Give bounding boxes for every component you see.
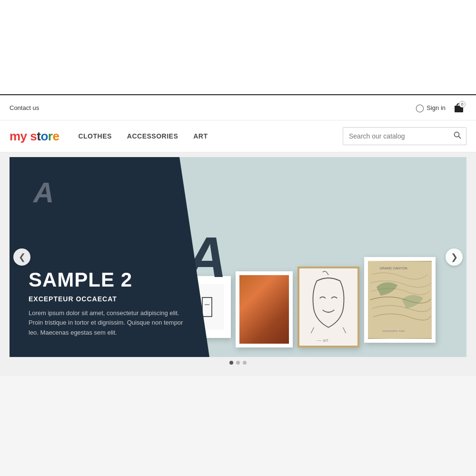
hero-section: A	[0, 152, 476, 376]
frame-2-inner	[239, 275, 289, 344]
top-spacer	[0, 0, 476, 95]
chevron-left-icon: ❮	[19, 252, 26, 262]
svg-rect-3	[299, 269, 357, 345]
frame-2-content	[239, 275, 289, 344]
slider-dot-1[interactable]	[229, 361, 233, 365]
top-bar: Contact us ◯ Sign in 0	[0, 95, 476, 120]
nav-links: CLOTHES ACCESSORIES ART	[78, 132, 208, 140]
nav-clothes[interactable]: CLOTHES	[78, 132, 111, 140]
slider-dots	[10, 357, 466, 367]
slide-subtitle: EXCEPTEUR OCCAECAT	[29, 295, 186, 303]
logo-text: my store	[10, 129, 59, 144]
search-input[interactable]	[343, 129, 449, 144]
nav-art[interactable]: ART	[193, 132, 208, 140]
frame-4-content: GRAND CANYON topographic map	[368, 261, 432, 339]
slider-next-button[interactable]: ❯	[446, 248, 463, 266]
mark-a-icon: A	[33, 177, 54, 208]
chevron-right-icon: ❯	[451, 252, 458, 262]
slider-prev-button[interactable]: ❮	[13, 248, 30, 266]
slide-description: Lorem ipsum dolor sit amet, consectetur …	[29, 308, 186, 338]
search-area	[343, 127, 466, 145]
cart-badge: 0	[459, 101, 466, 108]
top-bar-right: ◯ Sign in 0	[416, 100, 466, 115]
slider: A	[10, 157, 466, 357]
frame-4-inner: GRAND CANYON topographic map	[368, 261, 432, 339]
contact-us-link[interactable]: Contact us	[10, 104, 39, 111]
slide-title: SAMPLE 2	[29, 268, 186, 291]
brand-a-icon: A	[186, 225, 227, 289]
svg-text:GRAND CANYON: GRAND CANYON	[379, 267, 407, 270]
slider-dot-2[interactable]	[236, 361, 240, 365]
main-nav: my store CLOTHES ACCESSORIES ART	[0, 120, 476, 152]
logo-e: e	[52, 129, 59, 143]
frame-3-content: — art	[299, 268, 357, 346]
cart-area[interactable]: 0	[451, 100, 466, 115]
slide-1: A	[10, 157, 466, 357]
brand-mark-large: A	[186, 224, 227, 290]
svg-point-1	[455, 132, 459, 137]
nav-accessories[interactable]: ACCESSORIES	[127, 132, 178, 140]
top-bar-left: Contact us	[10, 104, 39, 111]
logo-o: o	[40, 129, 48, 143]
slide-dark-panel: A SAMPLE 2 EXCEPTEUR OCCAECAT Lorem ipsu…	[10, 157, 209, 357]
slide-logo-mark: A	[33, 176, 54, 209]
nav-left: my store CLOTHES ACCESSORIES ART	[10, 129, 208, 144]
art-frame-2	[236, 271, 293, 347]
logo[interactable]: my store	[10, 129, 59, 144]
frame-3-inner: — art	[299, 268, 357, 346]
person-icon: ◯	[416, 103, 424, 112]
svg-text:— art: — art	[317, 337, 328, 343]
logo-s: s	[30, 129, 37, 143]
sign-in-label: Sign in	[426, 104, 446, 111]
cart-icon-wrapper: 0	[451, 100, 466, 115]
search-button[interactable]	[449, 128, 466, 145]
cart-count: 0	[461, 102, 463, 107]
art-frame-3: — art	[298, 267, 359, 347]
search-icon	[454, 131, 461, 139]
svg-line-2	[459, 137, 461, 139]
slider-dot-3[interactable]	[243, 361, 247, 365]
art-frame-4: GRAND CANYON topographic map	[364, 257, 436, 343]
logo-my: my	[10, 129, 27, 143]
svg-text:topographic map: topographic map	[382, 329, 405, 332]
sign-in-area[interactable]: ◯ Sign in	[416, 103, 446, 112]
